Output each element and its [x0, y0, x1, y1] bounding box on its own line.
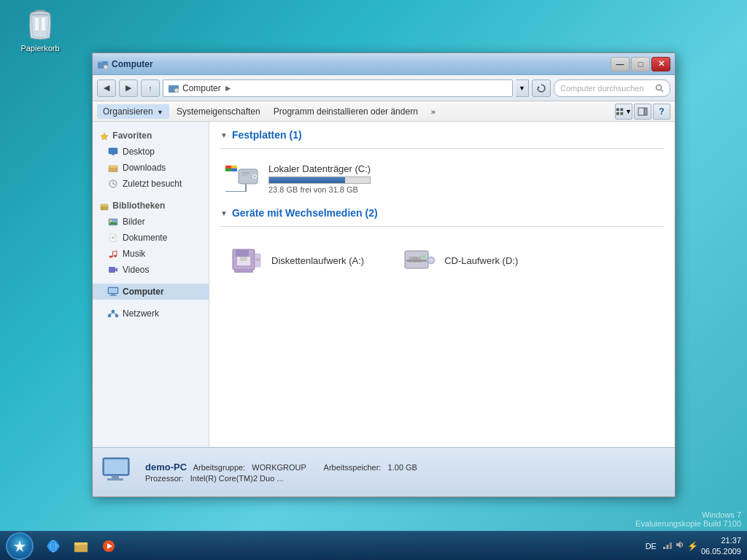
favorites-section-title: Favoriten	[93, 128, 209, 144]
nav-item-pictures[interactable]: Bilder	[93, 214, 209, 230]
back-button[interactable]: ◀	[97, 79, 116, 97]
search-bar[interactable]: Computer durchsuchen	[554, 79, 670, 97]
nav-item-computer[interactable]: Computer	[93, 284, 209, 300]
workgroup-label: Arbeitsgruppe:	[193, 463, 246, 472]
start-orb[interactable]	[6, 532, 34, 560]
svg-rect-22	[112, 154, 115, 155]
status-cpu-line: Prozessor: Intel(R) Core(TM)2 Duo ...	[145, 474, 417, 483]
svg-line-27	[113, 184, 115, 184]
d-drive-icon	[402, 246, 437, 275]
nav-item-recent[interactable]: Zuletzt besucht	[93, 176, 209, 192]
cpu-value: Intel(R) Core(TM)2 Duo ...	[190, 474, 284, 483]
close-button[interactable]: ✕	[651, 57, 670, 71]
desktop: Papierkorb Computer — □ ✕ ◀ ▶ ↑	[0, 0, 747, 560]
taskbar-items	[39, 532, 643, 560]
status-bar: demo-PC Arbeitsgruppe: WORKGROUP Arbeits…	[93, 447, 675, 497]
removable-section-header: ▼ Geräte mit Wechselmedien (2)	[220, 207, 664, 219]
svg-line-46	[113, 313, 117, 314]
taskbar-clock[interactable]: 21:37 06.05.2009	[701, 535, 741, 556]
harddrives-divider	[220, 148, 664, 149]
memory-label: Arbeitsspeicher:	[324, 463, 382, 472]
harddrives-section-header: ▼ Festplatten (1)	[220, 129, 664, 141]
desktop-nav-icon	[107, 146, 119, 158]
address-bar[interactable]: Computer ►	[163, 79, 513, 97]
svg-point-70	[430, 260, 432, 261]
nav-item-videos[interactable]: Videos	[93, 262, 209, 278]
taskbar-right: DE ⚡ 21:37	[643, 535, 747, 556]
preview-pane-button[interactable]	[634, 104, 651, 120]
c-drive-item[interactable]: Lokaler Datenträger (C:) 23.8 GB frei vo…	[220, 158, 664, 200]
start-button[interactable]	[0, 532, 39, 561]
a-drive-name: Diskettenlaufwerk (A:)	[271, 255, 364, 266]
up-button[interactable]: ↑	[141, 79, 160, 97]
harddrives-expand-arrow[interactable]: ▼	[220, 131, 228, 139]
nav-item-desktop[interactable]: Desktop	[93, 144, 209, 160]
nav-item-music[interactable]: Musik	[93, 246, 209, 262]
status-name-line: demo-PC Arbeitsgruppe: WORKGROUP Arbeits…	[145, 462, 417, 472]
downloads-nav-icon	[107, 162, 119, 174]
nav-item-network[interactable]: Netzwerk	[93, 306, 209, 322]
nav-separator-2	[93, 278, 209, 284]
nav-item-documents[interactable]: Dokumente	[93, 230, 209, 246]
explorer-window: Computer — □ ✕ ◀ ▶ ↑ Computer ► ▼	[92, 52, 676, 497]
taskbar-media-button[interactable]	[96, 533, 122, 559]
svg-marker-20	[101, 133, 108, 140]
maximize-button[interactable]: □	[631, 57, 650, 71]
svg-rect-86	[663, 547, 665, 549]
computer-nav-icon	[107, 286, 119, 298]
svg-rect-21	[109, 148, 117, 154]
explorer-window-icon	[97, 58, 109, 70]
videos-nav-icon	[107, 264, 119, 276]
taskbar: DE ⚡ 21:37	[0, 531, 747, 560]
view-toggle-button[interactable]: ▼	[615, 104, 632, 120]
removable-grid: Diskettenlaufwerk (A:)	[220, 236, 664, 285]
svg-rect-7	[98, 61, 102, 63]
pc-status-icon	[101, 455, 136, 490]
svg-marker-89	[676, 541, 681, 548]
address-dropdown-button[interactable]: ▼	[516, 79, 529, 97]
pictures-nav-icon	[107, 216, 119, 228]
svg-rect-24	[109, 166, 117, 168]
svg-rect-14	[616, 108, 619, 111]
nav-item-downloads[interactable]: Downloads	[93, 160, 209, 176]
svg-point-67	[422, 255, 425, 258]
uninstall-button[interactable]: Programm deinstallieren oder ändern	[268, 104, 424, 119]
c-drive-info: Lokaler Datenträger (C:) 23.8 GB frei vo…	[268, 163, 659, 194]
removable-expand-arrow[interactable]: ▼	[220, 209, 228, 217]
system-properties-button[interactable]: Systemeigenschaften	[171, 104, 266, 119]
svg-point-43	[108, 314, 111, 317]
taskbar-explorer-button[interactable]	[68, 533, 94, 559]
svg-rect-15	[620, 108, 623, 111]
svg-rect-29	[101, 204, 108, 206]
svg-rect-57	[236, 249, 249, 257]
svg-rect-17	[620, 112, 623, 114]
svg-rect-74	[107, 478, 123, 481]
refresh-button[interactable]	[532, 79, 551, 97]
recent-nav-icon	[107, 178, 119, 190]
svg-rect-62	[255, 258, 260, 261]
sound-tray-icon	[675, 540, 685, 552]
svg-rect-72	[104, 459, 128, 474]
c-drive-icon	[225, 164, 260, 193]
svg-rect-66	[406, 260, 427, 262]
svg-rect-16	[616, 112, 619, 114]
more-menu[interactable]: »	[425, 105, 441, 118]
svg-marker-11	[538, 86, 540, 89]
svg-marker-75	[14, 540, 26, 552]
a-drive-item[interactable]: Diskettenlaufwerk (A:)	[225, 241, 368, 279]
forward-button[interactable]: ▶	[119, 79, 138, 97]
removable-divider	[220, 226, 664, 227]
battery-tray-icon: ⚡	[687, 541, 698, 551]
nav-separator-1	[93, 192, 209, 198]
clock-time: 21:37	[701, 535, 741, 545]
taskbar-ie-button[interactable]	[40, 533, 66, 559]
d-drive-item[interactable]: CD-Laufwerk (D:)	[398, 241, 522, 279]
recycle-bin-icon[interactable]: Papierkorb	[15, 7, 66, 52]
svg-marker-37	[115, 268, 117, 272]
organize-menu[interactable]: Organisieren ▼	[97, 104, 169, 119]
help-button[interactable]: ?	[653, 104, 670, 120]
recycle-bin-label: Papierkorb	[20, 44, 59, 52]
toolbar: ◀ ▶ ↑ Computer ► ▼ Computer durchsuchen	[93, 75, 675, 101]
svg-point-44	[115, 314, 118, 317]
minimize-button[interactable]: —	[611, 57, 630, 71]
